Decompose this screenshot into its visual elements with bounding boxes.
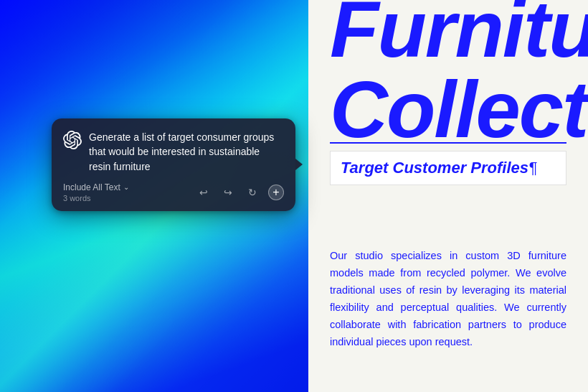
target-profiles-section: Target Customer Profiles¶	[330, 151, 566, 185]
add-button[interactable]: +	[268, 185, 284, 200]
body-text: Our studio specializes in custom 3D furn…	[330, 248, 566, 351]
title-line1: Furniture	[330, 0, 588, 70]
openai-icon	[63, 131, 82, 149]
ai-popup-header: Generate a list of target consumer group…	[63, 130, 284, 174]
divider-line	[330, 142, 566, 144]
target-profiles-heading: Target Customer Profiles¶	[341, 159, 537, 177]
right-panel: Furniture Collection Target Customer Pro…	[308, 0, 588, 392]
cursor-mark: ¶	[528, 159, 537, 177]
undo-button[interactable]: ↩	[195, 184, 212, 201]
ai-popup-footer: Include All Text ⌄ 3 words ↩ ↪ ↻ +	[63, 182, 284, 202]
redo-button[interactable]: ↪	[219, 184, 237, 201]
title-line2: Collection	[330, 70, 588, 150]
refresh-button[interactable]: ↻	[244, 184, 261, 201]
chevron-down-icon: ⌄	[123, 183, 129, 191]
ai-include-label[interactable]: Include All Text ⌄	[63, 182, 129, 192]
furniture-title: Furniture Collection	[330, 0, 588, 150]
ai-include-section: Include All Text ⌄ 3 words	[63, 182, 129, 202]
ai-word-count: 3 words	[63, 194, 129, 202]
ai-controls: ↩ ↪ ↻ +	[195, 184, 284, 201]
ai-prompt-text: Generate a list of target consumer group…	[89, 130, 284, 174]
ai-popup: Generate a list of target consumer group…	[52, 118, 295, 211]
left-panel: Generate a list of target consumer group…	[0, 0, 308, 392]
